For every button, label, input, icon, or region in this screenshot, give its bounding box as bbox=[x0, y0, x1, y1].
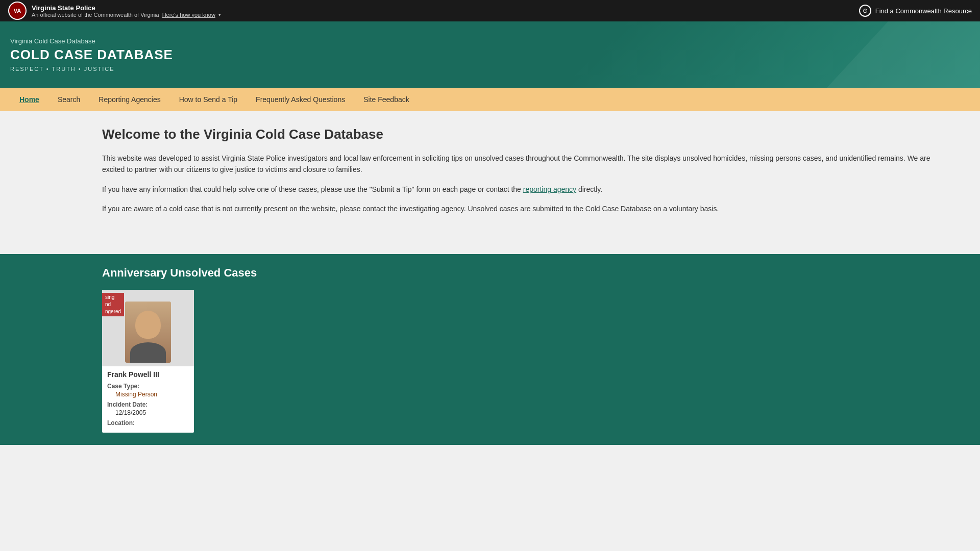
site-name-small: Virginia Cold Case Database bbox=[10, 37, 173, 45]
vsp-logo: VA bbox=[8, 2, 27, 20]
incident-date-value: 12/18/2005 bbox=[107, 409, 189, 416]
main-content: Welcome to the Virginia Cold Case Databa… bbox=[0, 111, 980, 254]
para2-suffix: directly. bbox=[576, 185, 602, 193]
case-person-face bbox=[125, 302, 171, 363]
commonwealth-resource-button[interactable]: ⊙ Find a Commonwealth Resource bbox=[859, 5, 972, 17]
case-card[interactable]: sing nd ngered Frank Powell III Case Typ… bbox=[102, 290, 194, 433]
top-bar: VA Virginia State Police An official web… bbox=[0, 0, 980, 21]
header-text: Virginia Cold Case Database COLD CASE DA… bbox=[10, 37, 173, 72]
case-person-name: Frank Powell III bbox=[107, 370, 189, 379]
anniversary-title: Anniversary Unsolved Cases bbox=[102, 266, 939, 280]
nav-bar: Home Search Reporting Agencies How to Se… bbox=[0, 88, 980, 111]
heres-how-link[interactable]: Here's how you know bbox=[162, 12, 215, 18]
case-type-badge: sing nd ngered bbox=[102, 293, 124, 316]
case-type-text: Missing Person bbox=[115, 391, 157, 398]
intro-para2: If you have any information that could h… bbox=[102, 184, 939, 195]
badge-line1: sing bbox=[105, 294, 121, 301]
badge-line2: nd bbox=[105, 301, 121, 308]
official-text: An official website of the Commonwealth … bbox=[32, 12, 159, 18]
intro-para1: This website was developed to assist Vir… bbox=[102, 153, 939, 176]
vsp-subtitle: An official website of the Commonwealth … bbox=[32, 12, 221, 18]
nav-item-how-to-send-tip[interactable]: How to Send a Tip bbox=[170, 88, 247, 111]
anniversary-section: Anniversary Unsolved Cases sing nd ngere… bbox=[0, 254, 980, 445]
case-type-value: Missing Person bbox=[107, 391, 189, 398]
incident-date-label: Incident Date: bbox=[107, 401, 189, 408]
site-name-large: COLD CASE DATABASE bbox=[10, 47, 173, 63]
nav-item-site-feedback[interactable]: Site Feedback bbox=[354, 88, 419, 111]
case-type-label: Case Type: bbox=[107, 383, 189, 390]
commonwealth-icon: ⊙ bbox=[859, 5, 871, 17]
intro-para3: If you are aware of a cold case that is … bbox=[102, 203, 939, 214]
para2-prefix: If you have any information that could h… bbox=[102, 185, 523, 193]
commonwealth-resource-label: Find a Commonwealth Resource bbox=[875, 7, 972, 15]
header-banner: Virginia Cold Case Database COLD CASE DA… bbox=[0, 21, 980, 88]
case-card-image-wrapper: sing nd ngered bbox=[102, 290, 194, 366]
nav-item-faq[interactable]: Frequently Asked Questions bbox=[247, 88, 354, 111]
location-label: Location: bbox=[107, 419, 189, 427]
case-card-body: Frank Powell III Case Type: Missing Pers… bbox=[102, 366, 194, 433]
badge-line3: ngered bbox=[105, 308, 121, 315]
welcome-title: Welcome to the Virginia Cold Case Databa… bbox=[102, 127, 939, 142]
case-person-image bbox=[125, 302, 171, 363]
top-bar-left: VA Virginia State Police An official web… bbox=[8, 2, 221, 20]
site-tagline: RESPECT • TRUTH • JUSTICE bbox=[10, 66, 173, 72]
chevron-down-icon: ▾ bbox=[218, 12, 221, 17]
vsp-title: Virginia State Police bbox=[32, 4, 221, 12]
top-bar-title-group: Virginia State Police An official websit… bbox=[32, 4, 221, 18]
nav-item-home[interactable]: Home bbox=[10, 88, 48, 111]
reporting-agency-link[interactable]: reporting agency bbox=[523, 185, 576, 193]
nav-item-search[interactable]: Search bbox=[48, 88, 89, 111]
nav-item-reporting-agencies[interactable]: Reporting Agencies bbox=[89, 88, 169, 111]
